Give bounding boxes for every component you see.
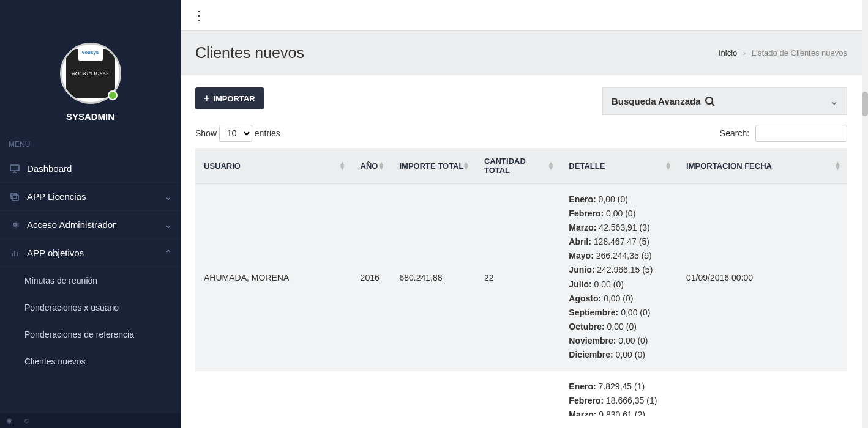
avatar-wrap: vousys ROCKIN IDEAS xyxy=(60,43,121,104)
detail-line: Marzo: 42.563,91 (3) xyxy=(569,221,669,235)
detail-line: Octubre: 0,00 (0) xyxy=(569,320,669,334)
more-vertical-icon[interactable]: ⋮ xyxy=(193,8,205,23)
import-button-label: IMPORTAR xyxy=(213,94,255,103)
sidebar-item-label: Dashboard xyxy=(27,163,72,174)
detail-line: Enero: 0,00 (0) xyxy=(569,193,669,207)
cell-ano: 2016 xyxy=(352,184,391,371)
sidebar-item-acceso[interactable]: Acceso Administrador ⌄ xyxy=(0,211,181,239)
detail-line: Mayo: 266.244,35 (9) xyxy=(569,249,669,263)
import-button[interactable]: + IMPORTAR xyxy=(195,87,264,109)
cell-usuario: AHUMADA, MORENA xyxy=(195,184,352,371)
avatar-caption: ROCKIN IDEAS xyxy=(72,70,108,76)
sidebar-item-label: APP Licencias xyxy=(27,191,86,202)
table-scroll: USUARIO ▲▼ AÑO ▲▼ IMPORTE TOTAL ▲▼ CANTI… xyxy=(195,148,847,416)
detail-line: Enero: 7.829,45 (1) xyxy=(569,380,669,394)
cell-detalle: Enero: 7.829,45 (1)Febrero: 18.666,35 (1… xyxy=(560,371,678,416)
sidebar-item-label: Ponderaciones de referencia xyxy=(24,330,134,339)
sidebar-item-objetivos[interactable]: APP objetivos ⌃ xyxy=(0,239,181,267)
detail-line: Agosto: 0,00 (0) xyxy=(569,292,669,306)
svg-line-9 xyxy=(712,103,714,106)
monitor-icon xyxy=(9,164,21,173)
detail-line: Junio: 242.966,15 (5) xyxy=(569,263,669,277)
profile-name: SYSADMIN xyxy=(66,111,114,122)
table-row: AHUMADA, MORENA2016680.241,8822Enero: 0,… xyxy=(195,184,847,371)
entries-select[interactable]: 10 xyxy=(219,125,252,142)
search-input[interactable] xyxy=(755,125,847,142)
search-label: Search: xyxy=(720,128,749,138)
col-usuario[interactable]: USUARIO ▲▼ xyxy=(195,148,352,184)
detail-line: Septiembre: 0,00 (0) xyxy=(569,306,669,320)
search-icon xyxy=(705,96,716,107)
sidebar: vousys ROCKIN IDEAS SYSADMIN MENU Dashbo… xyxy=(0,0,181,428)
scrollbar-thumb[interactable] xyxy=(862,92,868,116)
cell-ano xyxy=(352,371,391,416)
chevron-down-icon: ⌄ xyxy=(165,192,172,202)
data-table: USUARIO ▲▼ AÑO ▲▼ IMPORTE TOTAL ▲▼ CANTI… xyxy=(195,148,847,416)
sort-icon: ▲▼ xyxy=(463,161,470,170)
col-fecha[interactable]: IMPORTACION FECHA ▲▼ xyxy=(678,148,847,184)
col-cantidad[interactable]: CANTIDAD TOTAL ▲▼ xyxy=(476,148,560,184)
content-panel: + IMPORTAR Busqueda Avanzada ⌄ Show 10 xyxy=(181,75,862,428)
svg-rect-0 xyxy=(10,165,19,171)
svg-rect-3 xyxy=(13,195,18,201)
advanced-search-toggle[interactable]: Busqueda Avanzada ⌄ xyxy=(602,87,847,115)
cell-fecha xyxy=(678,371,847,416)
cell-detalle: Enero: 0,00 (0)Febrero: 0,00 (0)Marzo: 4… xyxy=(560,184,678,371)
copy-icon xyxy=(9,193,21,201)
search-block: Search: xyxy=(720,125,847,142)
chevron-down-icon: ⌄ xyxy=(830,95,838,107)
col-detalle[interactable]: DETALLE ▲▼ xyxy=(560,148,678,184)
detail-line: Febrero: 18.666,35 (1) xyxy=(569,394,669,408)
svg-rect-4 xyxy=(11,193,17,199)
sort-icon: ▲▼ xyxy=(339,161,346,170)
sidebar-item-label: Ponderaciones x usuario xyxy=(24,303,119,312)
sidebar-item-licencias[interactable]: APP Licencias ⌄ xyxy=(0,183,181,211)
detail-line: Diciembre: 0,00 (0) xyxy=(569,348,669,362)
plus-icon: + xyxy=(204,94,209,103)
detail-line: Noviembre: 0,00 (0) xyxy=(569,334,669,348)
table-controls: Show 10 entries Search: xyxy=(195,125,847,142)
show-label: Show xyxy=(195,128,217,138)
sort-icon: ▲▼ xyxy=(665,161,672,170)
avatar-image: vousys ROCKIN IDEAS xyxy=(66,49,115,98)
svg-point-8 xyxy=(706,97,713,104)
sort-icon: ▲▼ xyxy=(834,161,841,170)
sidebar-item-label: Minutas de reunión xyxy=(24,276,97,286)
sidebar-item-label: APP objetivos xyxy=(27,248,84,258)
cell-importe xyxy=(391,371,475,416)
sort-icon: ▲▼ xyxy=(378,161,385,170)
breadcrumb-home[interactable]: Inicio xyxy=(719,48,737,57)
table-header-row: USUARIO ▲▼ AÑO ▲▼ IMPORTE TOTAL ▲▼ CANTI… xyxy=(195,148,847,184)
chevron-up-icon: ⌃ xyxy=(165,248,172,258)
detail-line: Julio: 0,00 (0) xyxy=(569,278,669,292)
main: ⋮ Clientes nuevos Inicio › Listado de Cl… xyxy=(181,0,862,428)
sidebar-sub-minutas[interactable]: Minutas de reunión xyxy=(0,267,181,294)
advanced-search-label: Busqueda Avanzada xyxy=(612,96,701,106)
col-ano[interactable]: AÑO ▲▼ xyxy=(352,148,391,184)
detail-line: Marzo: 9.830,61 (2) xyxy=(569,408,669,416)
sidebar-item-label: Clientes nuevos xyxy=(24,356,86,366)
show-entries: Show 10 entries xyxy=(195,125,280,142)
footer-icon-1[interactable]: ◉ xyxy=(6,416,12,425)
breadcrumb: Inicio › Listado de Clientes nuevos xyxy=(719,48,847,57)
gear-icon xyxy=(9,220,21,229)
sidebar-footer: ◉ ⎋ xyxy=(0,413,181,428)
cell-cantidad xyxy=(476,371,560,416)
sidebar-top-spacer xyxy=(0,0,181,31)
toolbar-row: + IMPORTAR Busqueda Avanzada ⌄ xyxy=(195,87,847,115)
scrollbar[interactable] xyxy=(862,0,868,428)
footer-icon-2[interactable]: ⎋ xyxy=(24,416,29,425)
sidebar-sub-ponderaciones-referencia[interactable]: Ponderaciones de referencia xyxy=(0,321,181,348)
col-importe[interactable]: IMPORTE TOTAL ▲▼ xyxy=(391,148,475,184)
status-online-dot xyxy=(108,90,118,100)
sidebar-sub-clientes-nuevos[interactable]: Clientes nuevos xyxy=(0,348,181,375)
topbar: ⋮ xyxy=(181,0,862,31)
cell-importe: 680.241,88 xyxy=(391,184,475,371)
sidebar-sub-ponderaciones-usuario[interactable]: Ponderaciones x usuario xyxy=(0,294,181,321)
sort-icon: ▲▼ xyxy=(547,161,554,170)
sidebar-item-label: Acceso Administrador xyxy=(27,220,116,230)
sidebar-item-dashboard[interactable]: Dashboard xyxy=(0,155,181,183)
menu-section-label: MENU xyxy=(0,134,181,155)
chart-icon xyxy=(9,249,21,257)
table-row: Enero: 7.829,45 (1)Febrero: 18.666,35 (1… xyxy=(195,371,847,416)
